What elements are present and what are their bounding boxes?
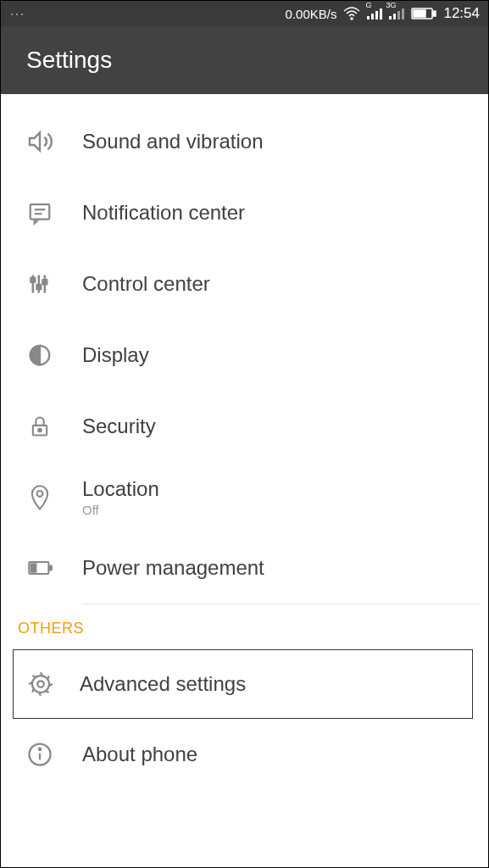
svg-rect-5 <box>389 16 392 19</box>
svg-rect-12 <box>31 204 50 220</box>
section-header-others: OTHERS <box>1 604 488 649</box>
settings-item-label: About phone <box>82 743 197 766</box>
data-speed: 0.00KB/s <box>286 7 337 21</box>
settings-item-label: Display <box>82 343 149 367</box>
settings-item-sound[interactable]: Sound and vibration <box>1 106 488 177</box>
battery-icon <box>25 553 55 583</box>
signal-g-icon: G <box>367 8 382 19</box>
app-header: Settings <box>1 26 488 94</box>
svg-rect-4 <box>380 8 382 19</box>
svg-point-0 <box>351 18 353 19</box>
svg-rect-19 <box>37 285 42 289</box>
clock: 12:54 <box>443 5 480 22</box>
control-icon <box>25 269 55 299</box>
svg-point-23 <box>38 429 42 432</box>
info-icon <box>25 739 55 770</box>
svg-point-24 <box>37 491 43 497</box>
wifi-icon <box>343 7 360 20</box>
svg-point-28 <box>37 681 44 687</box>
svg-rect-7 <box>397 11 400 19</box>
settings-item-power[interactable]: Power management <box>1 532 488 604</box>
settings-item-advanced[interactable]: Advanced settings <box>14 650 472 718</box>
settings-item-label: Sound and vibration <box>82 130 264 153</box>
svg-rect-27 <box>31 564 36 571</box>
location-icon <box>25 482 55 513</box>
notification-icon <box>25 198 55 228</box>
svg-rect-2 <box>371 14 374 19</box>
settings-item-label: Security <box>82 415 156 438</box>
settings-item-label: Advanced settings <box>80 672 246 696</box>
svg-point-31 <box>39 748 42 751</box>
svg-rect-3 <box>375 11 378 19</box>
status-bar: ⋯ 0.00KB/s G 3G <box>1 1 488 26</box>
svg-rect-10 <box>433 11 436 16</box>
highlighted-item: Advanced settings <box>13 649 473 719</box>
battery-icon <box>411 8 436 19</box>
settings-item-display[interactable]: Display <box>1 320 488 391</box>
signal-3g-icon: 3G <box>389 8 404 19</box>
page-title: Settings <box>26 47 112 74</box>
settings-item-notification[interactable]: Notification center <box>1 177 488 248</box>
settings-item-security[interactable]: Security <box>1 391 488 462</box>
settings-item-about[interactable]: About phone <box>1 719 488 790</box>
status-menu-dots: ⋯ <box>9 4 25 23</box>
settings-item-label: Control center <box>82 272 210 296</box>
settings-item-location[interactable]: Location Off <box>1 462 488 532</box>
settings-item-sublabel: Off <box>82 503 159 517</box>
svg-rect-18 <box>31 278 36 282</box>
svg-rect-1 <box>367 16 370 19</box>
settings-list: Sound and vibration Notification center <box>1 94 488 867</box>
svg-rect-8 <box>402 8 404 19</box>
settings-item-control[interactable]: Control center <box>1 248 488 320</box>
svg-rect-20 <box>43 280 47 284</box>
sound-icon <box>25 126 55 157</box>
settings-item-label: Power management <box>82 556 264 580</box>
svg-rect-6 <box>393 14 396 19</box>
svg-rect-11 <box>414 10 425 17</box>
svg-point-29 <box>32 676 49 693</box>
settings-item-label: Location <box>82 477 159 501</box>
display-icon <box>25 340 55 370</box>
gear-icon <box>25 669 56 699</box>
lock-icon <box>25 411 55 442</box>
settings-item-label: Notification center <box>82 201 245 225</box>
svg-rect-26 <box>50 566 52 570</box>
